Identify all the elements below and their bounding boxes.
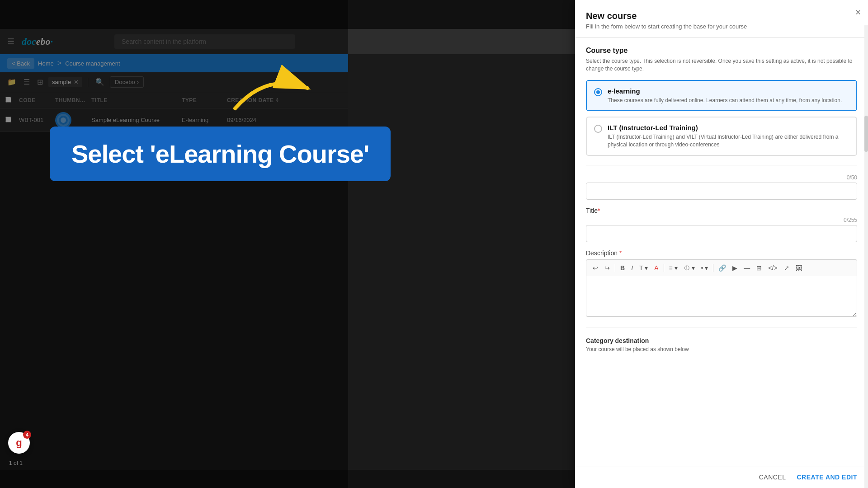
breadcrumb-separator: > bbox=[57, 59, 61, 67]
title-field-container: Title* 0/255 bbox=[586, 207, 857, 242]
title-label-text: Title bbox=[586, 207, 598, 214]
row-code: WBT-001 bbox=[19, 117, 55, 123]
ilt-option[interactable]: ILT (Instructor-Led Training) ILT (Instr… bbox=[586, 117, 857, 156]
toolbar-divider bbox=[88, 78, 88, 87]
breadcrumb-bar: < Back Home > Course management bbox=[0, 54, 348, 72]
description-label: Description * bbox=[586, 249, 857, 257]
elearning-desc: These courses are fully delivered online… bbox=[608, 97, 842, 104]
col-date-label: CREATION DATE bbox=[227, 97, 274, 103]
ilt-radio[interactable] bbox=[594, 125, 602, 133]
row-date: 09/16/2024 bbox=[227, 117, 299, 123]
toolbar: 📁 ☰ ⊞ sample ✕ 🔍 Docebo › bbox=[0, 72, 348, 92]
thumbnail-svg bbox=[55, 112, 71, 128]
new-course-panel: × New course Fill in the form below to s… bbox=[575, 0, 868, 488]
col-code: CODE bbox=[19, 97, 55, 103]
folder-icon[interactable]: 📁 bbox=[5, 76, 18, 88]
panel-footer: CANCEL CREATE AND EDIT bbox=[575, 466, 868, 488]
code-input[interactable] bbox=[586, 183, 857, 200]
course-type-section-desc: Select the course type. This selection i… bbox=[586, 57, 857, 73]
panel-title: New course bbox=[586, 11, 857, 21]
description-textarea[interactable] bbox=[586, 276, 857, 317]
rte-bold[interactable]: B bbox=[618, 263, 627, 273]
ilt-desc: ILT (Instructor-Led Training) and VILT (… bbox=[608, 133, 849, 149]
col-date[interactable]: CREATION DATE ⇕ bbox=[227, 97, 299, 103]
notification-badge: 4 bbox=[23, 431, 31, 439]
banner-text: Select 'eLearning Course' bbox=[71, 140, 369, 168]
rte-video[interactable]: ▶ bbox=[730, 263, 740, 273]
col-type: TYPE bbox=[182, 97, 227, 103]
category-title: Category destination bbox=[586, 337, 857, 344]
category-desc: Your course will be placed as shown belo… bbox=[586, 346, 857, 352]
col-title: TITLE bbox=[91, 97, 182, 103]
pagination-text: 1 of 1 bbox=[9, 460, 23, 466]
scrollbar-thumb bbox=[864, 116, 868, 152]
hamburger-icon[interactable]: ☰ bbox=[7, 37, 14, 47]
rte-undo[interactable]: ↩ bbox=[590, 263, 601, 273]
folder-name: sample ✕ bbox=[48, 77, 82, 87]
rte-table[interactable]: ⊞ bbox=[754, 263, 764, 273]
code-field-container: 0/50 bbox=[586, 174, 857, 200]
svg-point-3 bbox=[61, 117, 66, 123]
title-label: Title* bbox=[586, 207, 857, 214]
title-required-marker: * bbox=[598, 207, 600, 214]
clear-folder-icon[interactable]: ✕ bbox=[74, 79, 79, 85]
rte-fullscreen[interactable]: ⤢ bbox=[781, 263, 792, 273]
folder-name-text: sample bbox=[52, 79, 71, 85]
rte-image[interactable]: 🖼 bbox=[793, 263, 805, 273]
row-type: E-learning bbox=[182, 117, 227, 123]
pagination: 1 of 1 bbox=[9, 460, 23, 466]
toolbar-search-icon[interactable]: 🔍 bbox=[94, 76, 106, 88]
rte-align[interactable]: ≡ ▾ bbox=[666, 263, 680, 273]
rte-sep-3 bbox=[713, 264, 713, 272]
docebo-label: Docebo bbox=[115, 79, 135, 85]
rte-italic[interactable]: I bbox=[628, 263, 636, 273]
rte-color[interactable]: A bbox=[651, 263, 661, 273]
code-counter: 0/50 bbox=[586, 174, 857, 181]
app-logo: docebo· bbox=[22, 36, 53, 47]
rte-code[interactable]: </> bbox=[765, 263, 780, 273]
panel-close-button[interactable]: × bbox=[855, 7, 861, 18]
list-icon[interactable]: ☰ bbox=[22, 76, 32, 88]
search-input[interactable] bbox=[114, 34, 295, 49]
header-checkbox[interactable] bbox=[5, 97, 11, 103]
back-button[interactable]: < Back bbox=[7, 58, 34, 69]
section-divider-2 bbox=[586, 328, 857, 328]
col-thumbnail: THUMBN... bbox=[55, 97, 91, 103]
create-and-edit-button[interactable]: CREATE AND EDIT bbox=[797, 474, 858, 481]
rte-link[interactable]: 🔗 bbox=[716, 263, 729, 273]
rte-toolbar: ↩ ↪ B I T ▾ A ≡ ▾ ① ▾ • ▾ 🔗 ▶ — ⊞ </> ⤢ … bbox=[586, 259, 857, 276]
sort-icon: ⇕ bbox=[275, 98, 279, 103]
grader-widget[interactable]: g 4 bbox=[8, 432, 30, 454]
cancel-button[interactable]: CANCEL bbox=[759, 474, 786, 481]
ilt-label: ILT (Instructor-Led Training) bbox=[608, 124, 849, 131]
docebo-filter[interactable]: Docebo › bbox=[110, 76, 144, 88]
panel-subtitle: Fill in the form below to start creating… bbox=[586, 23, 857, 30]
category-section: Category destination Your course will be… bbox=[586, 337, 857, 352]
rte-font[interactable]: T ▾ bbox=[637, 263, 651, 273]
select-all-checkbox[interactable] bbox=[5, 96, 19, 104]
table-header: CODE THUMBN... TITLE TYPE CREATION DATE … bbox=[0, 92, 348, 108]
rte-ol[interactable]: ① ▾ bbox=[681, 263, 698, 273]
course-type-section-title: Course type bbox=[586, 47, 857, 55]
rte-ul[interactable]: • ▾ bbox=[698, 263, 711, 273]
elearning-radio[interactable] bbox=[594, 88, 602, 96]
title-input[interactable] bbox=[586, 225, 857, 242]
title-counter: 0/255 bbox=[586, 217, 857, 223]
row-select-checkbox[interactable] bbox=[5, 117, 11, 122]
elearning-label: e-learning bbox=[608, 87, 842, 95]
breadcrumb-home[interactable]: Home bbox=[38, 60, 54, 67]
panel-scrollbar[interactable] bbox=[864, 25, 868, 488]
grid-icon[interactable]: ⊞ bbox=[35, 76, 45, 88]
panel-content: Course type Select the course type. This… bbox=[575, 38, 868, 466]
panel-header: × New course Fill in the form below to s… bbox=[575, 0, 868, 38]
breadcrumb-current: Course management bbox=[65, 60, 120, 67]
elearning-option[interactable]: e-learning These courses are fully deliv… bbox=[586, 80, 857, 112]
thumbnail-image bbox=[55, 112, 71, 128]
rte-hr[interactable]: — bbox=[741, 263, 753, 273]
rte-sep-2 bbox=[664, 264, 664, 272]
description-label-text: Description bbox=[586, 249, 618, 257]
rte-redo[interactable]: ↪ bbox=[602, 263, 613, 273]
row-checkbox[interactable] bbox=[5, 116, 19, 124]
row-thumbnail bbox=[55, 112, 91, 128]
rte-sep-1 bbox=[615, 264, 615, 272]
